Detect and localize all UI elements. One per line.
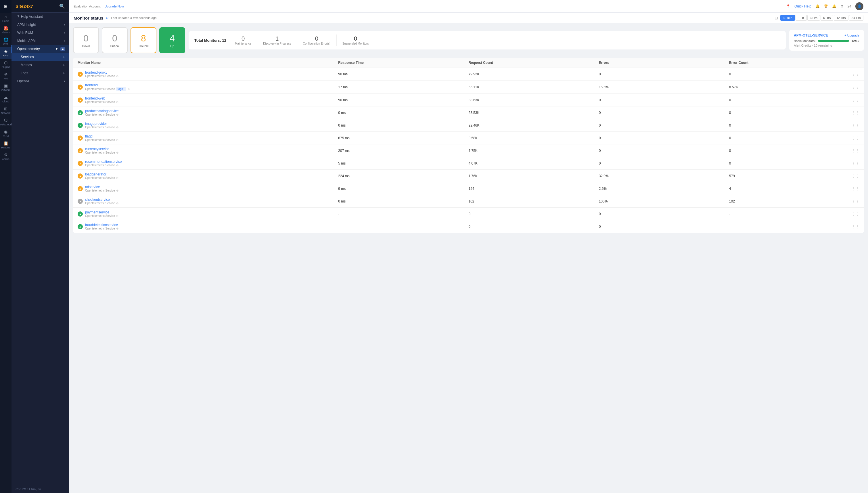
- sidebar-item-help-assistant[interactable]: ? Help Assistant: [12, 13, 69, 21]
- time-btn-24-Hrs[interactable]: 24 Hrs: [849, 15, 863, 21]
- drag-handle-2[interactable]: ⋮⋮: [851, 98, 860, 102]
- drag-handle-12[interactable]: ⋮⋮: [851, 224, 860, 229]
- nav-icon-home[interactable]: ⌂Home: [0, 13, 12, 24]
- monitor-name-5[interactable]: flagd: [85, 134, 118, 138]
- status-card-critical[interactable]: 0Critical: [102, 27, 128, 53]
- error-count-val-7: 0: [729, 162, 731, 165]
- status-card-trouble[interactable]: 8Trouble: [131, 27, 156, 53]
- drag-handle-5[interactable]: ⋮⋮: [851, 136, 860, 141]
- time-btn-6-Hrs[interactable]: 6 Hrs: [821, 15, 833, 21]
- nav-icon-plugins[interactable]: ⬡Plugins: [0, 59, 12, 70]
- add-metrics-icon[interactable]: +: [63, 63, 65, 67]
- time-btn-1-Hr[interactable]: 1 Hr: [796, 15, 807, 21]
- sidebar-item-opentelemetry[interactable]: Opentelemetry ▾ ■: [12, 45, 69, 53]
- apm-title[interactable]: APM-OTEL-SERVICE: [794, 34, 828, 37]
- nav-icon-label-velocloud: VeloCloud: [0, 123, 12, 126]
- monitor-name-9[interactable]: adservice: [85, 185, 118, 189]
- nav-icon-vmware[interactable]: ▣VMware: [0, 82, 12, 93]
- status-dot-6: ▲: [77, 148, 83, 153]
- nav-icon-reports[interactable]: 📋Reports: [0, 139, 12, 151]
- col-monitor-name[interactable]: Monitor Name: [77, 61, 338, 65]
- sidebar-item-openai[interactable]: OpenAI ›: [12, 77, 69, 85]
- monitor-name-12[interactable]: frauddetectionservice: [85, 223, 118, 227]
- status-dot-11: ▲: [77, 211, 83, 217]
- monitor-name-4[interactable]: imageprovider: [85, 122, 118, 126]
- sidebar-sub-services[interactable]: Services +: [12, 53, 69, 61]
- status-card-up[interactable]: 4Up: [159, 27, 185, 53]
- drag-handle-9[interactable]: ⋮⋮: [851, 186, 860, 191]
- nav-icon-web[interactable]: 🌐Web: [0, 36, 12, 47]
- monitor-name-11[interactable]: paymentservice: [85, 210, 118, 214]
- request-count-4: 22.46K: [468, 123, 599, 127]
- apm-upgrade-link[interactable]: + Upgrade: [844, 34, 860, 37]
- nav-icon-rum[interactable]: ◉RUM: [0, 128, 12, 139]
- time-btn-30-min[interactable]: 30 min: [780, 15, 795, 21]
- counter-badge: 24: [848, 4, 851, 8]
- response-time-5: 675 ms: [338, 136, 468, 140]
- sidebar-item-web-rum[interactable]: Web RUM ›: [12, 29, 69, 37]
- nav-icon-apm[interactable]: ◈APM: [0, 47, 12, 59]
- monitor-name-1[interactable]: frontend: [85, 83, 130, 87]
- sidebar-sub-metrics[interactable]: Metrics +: [12, 61, 69, 69]
- drag-handle-3[interactable]: ⋮⋮: [851, 110, 860, 115]
- nav-icon-velocloud[interactable]: ⬡VeloCloud: [0, 116, 12, 128]
- upgrade-link[interactable]: Upgrade Now: [105, 5, 124, 8]
- drag-handle-0[interactable]: ⋮⋮: [851, 72, 860, 77]
- monitor-sub-3: Opentelemetric Service ⊘: [85, 113, 119, 116]
- drag-handle-4[interactable]: ⋮⋮: [851, 123, 860, 128]
- status-number-up: 4: [170, 33, 175, 44]
- avatar[interactable]: 👤: [855, 2, 863, 10]
- response-time-12: -: [338, 224, 468, 229]
- monitor-info-12: ▲ frauddetectionservice Opentelemetric S…: [77, 223, 338, 230]
- monitor-name-8[interactable]: loadgenerator: [85, 172, 118, 176]
- nav-icon-network[interactable]: ⊞Network: [0, 105, 12, 116]
- trophy-icon[interactable]: 🏆: [824, 4, 828, 8]
- monitor-info-0: ▲ frontend-proxy Opentelemetric Service …: [77, 70, 338, 78]
- sidebar-item-mobile-apm[interactable]: Mobile APM ›: [12, 37, 69, 45]
- drag-handle-6[interactable]: ⋮⋮: [851, 148, 860, 153]
- quick-help-link[interactable]: Quick Help: [794, 4, 811, 8]
- status-card-down[interactable]: 0Down: [73, 27, 99, 53]
- table-row: ● checkoutservice Opentelemetric Service…: [73, 195, 864, 208]
- add-service-icon[interactable]: +: [63, 55, 65, 59]
- time-btn-12-Hrs[interactable]: 12 Hrs: [834, 15, 848, 21]
- monitor-sub-10: Opentelemetric Service ⊘: [85, 201, 118, 205]
- nav-icon-label-web: Web: [3, 43, 8, 45]
- notifications-icon[interactable]: 🔔: [816, 4, 820, 8]
- nav-icon-label-k8s: K8s: [3, 77, 8, 80]
- monitor-info-1: ▲ frontend Opentelemetric Service tag#1 …: [77, 83, 338, 91]
- monitor-name-0[interactable]: frontend-proxy: [85, 70, 118, 74]
- response-time-4: 0 ms: [338, 123, 468, 127]
- monitor-name-2[interactable]: frontend-web: [85, 97, 118, 100]
- nav-icon-cloud[interactable]: ☁Cloud: [0, 93, 12, 105]
- refresh-icon[interactable]: ↻: [106, 16, 109, 20]
- settings-icon[interactable]: ⚙: [840, 4, 844, 8]
- logo-icon[interactable]: ⊞: [0, 0, 12, 13]
- col-error-count: Error Count: [729, 61, 860, 65]
- error-count-cell-11: - ⋮⋮: [729, 212, 860, 216]
- monitor-name-6[interactable]: currencyservice: [85, 147, 118, 151]
- monitor-name-3[interactable]: productcatalogservice: [85, 109, 119, 113]
- vmware-icon: ▣: [4, 83, 8, 88]
- bell-icon[interactable]: 🔔: [832, 4, 837, 8]
- sidebar-sub-logs[interactable]: Logs +: [12, 69, 69, 77]
- drag-handle-10[interactable]: ⋮⋮: [851, 199, 860, 203]
- drag-handle-11[interactable]: ⋮⋮: [851, 212, 860, 216]
- drag-handle-8[interactable]: ⋮⋮: [851, 174, 860, 178]
- monitor-info-10: ● checkoutservice Opentelemetric Service…: [77, 198, 338, 205]
- time-btn-3-Hrs[interactable]: 3 Hrs: [807, 15, 820, 21]
- add-logs-icon[interactable]: +: [63, 71, 65, 76]
- monitor-name-10[interactable]: checkoutservice: [85, 198, 118, 201]
- search-icon[interactable]: 🔍: [59, 3, 65, 9]
- nav-icon-admin[interactable]: ⚙Admin: [0, 151, 12, 162]
- monitor-name-7[interactable]: recommendationservice: [85, 159, 121, 164]
- nav-icon-k8s[interactable]: ☸K8s: [0, 70, 12, 82]
- error-count-val-1: 8.57K: [729, 85, 738, 89]
- filter-icon[interactable]: ⊟: [775, 16, 778, 20]
- drag-handle-1[interactable]: ⋮⋮: [851, 85, 860, 89]
- errors-2: 0: [599, 98, 729, 102]
- sidebar-item-apm-insight[interactable]: APM Insight ›: [12, 21, 69, 29]
- error-count-val-2: 0: [729, 98, 731, 102]
- drag-handle-7[interactable]: ⋮⋮: [851, 161, 860, 166]
- nav-icon-alarms[interactable]: 🔔Alarms5: [0, 24, 12, 36]
